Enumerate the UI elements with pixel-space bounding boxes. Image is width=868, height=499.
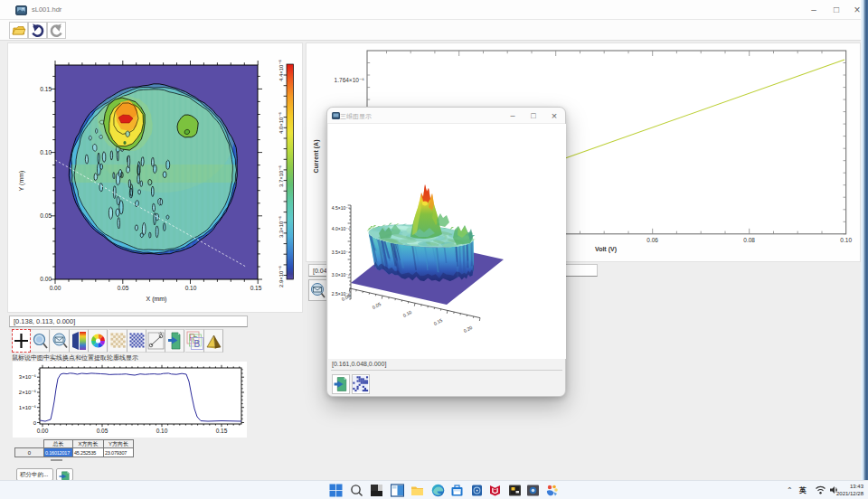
svg-text:0.05: 0.05 [97, 428, 108, 434]
svg-text:3.3×10⁻⁶: 3.3×10⁻⁶ [278, 215, 284, 238]
svg-text:0.10: 0.10 [156, 428, 168, 434]
svg-text:0.06: 0.06 [646, 237, 658, 243]
svg-text:Volt (V): Volt (V) [595, 246, 617, 253]
svg-text:0.10: 0.10 [840, 237, 852, 243]
svg-text:4.5×10⁻⁶: 4.5×10⁻⁶ [332, 205, 350, 211]
svg-text:Y (mm): Y (mm) [18, 171, 25, 192]
svg-text:0.10: 0.10 [185, 285, 197, 291]
svg-text:0.05: 0.05 [118, 285, 129, 291]
svg-text:2×10⁻⁶: 2×10⁻⁶ [19, 390, 37, 395]
svg-text:0.15: 0.15 [250, 285, 262, 291]
svg-text:0.10: 0.10 [40, 149, 52, 155]
svg-text:0.00: 0.00 [40, 276, 52, 282]
svg-text:0.20: 0.20 [463, 325, 474, 334]
svg-text:2.9×10⁻⁶: 2.9×10⁻⁶ [278, 265, 284, 287]
svg-text:B: B [193, 339, 200, 349]
svg-text:0.15: 0.15 [216, 428, 228, 434]
svg-text:0.15: 0.15 [433, 317, 444, 326]
svg-text:0: 0 [33, 420, 37, 426]
svg-text:Current (A): Current (A) [313, 140, 320, 174]
svg-text:4.0×10⁻⁶: 4.0×10⁻⁶ [332, 226, 350, 231]
svg-text:1×10⁻⁶: 1×10⁻⁶ [19, 405, 37, 410]
svg-text:0.00: 0.00 [50, 285, 61, 291]
svg-text:0.05: 0.05 [40, 212, 52, 219]
svg-text:0.10: 0.10 [402, 309, 413, 318]
svg-text:3.0×10⁻⁶: 3.0×10⁻⁶ [332, 272, 350, 278]
svg-text:0.05: 0.05 [372, 301, 382, 310]
svg-text:3.5×10⁻⁶: 3.5×10⁻⁶ [332, 250, 350, 255]
svg-text:3×10⁻⁶: 3×10⁻⁶ [19, 374, 37, 380]
svg-text:4.0×10⁻⁶: 4.0×10⁻⁶ [278, 111, 284, 134]
svg-text:X (mm): X (mm) [146, 296, 167, 303]
svg-text:0.08: 0.08 [743, 237, 755, 243]
svg-text:1.764×10⁻⁶: 1.764×10⁻⁶ [335, 77, 365, 83]
svg-text:0.15: 0.15 [40, 86, 52, 92]
svg-text:0.00: 0.00 [37, 428, 49, 434]
svg-text:4.4×10⁻⁶: 4.4×10⁻⁶ [278, 59, 284, 81]
svg-text:3.7×10⁻⁶: 3.7×10⁻⁶ [278, 165, 284, 187]
